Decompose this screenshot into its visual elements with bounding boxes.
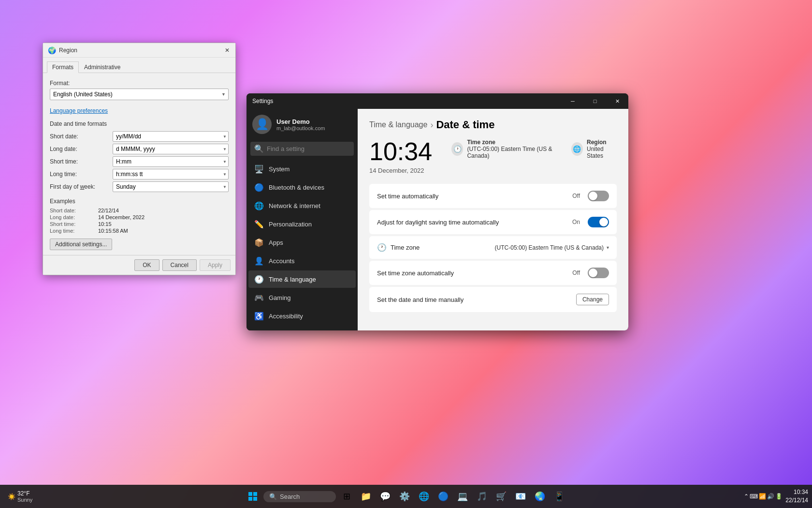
chrome-button[interactable]: 🔵 <box>435 488 452 505</box>
first-day-select[interactable]: Sunday <box>113 181 229 192</box>
long-date-select-wrap: d MMMM, yyyy <box>113 144 229 154</box>
tab-administrative[interactable]: Administrative <box>79 61 126 73</box>
breadcrumb: Time & language › Date & time <box>369 119 617 131</box>
datetime-formats-group: Date and time formats Short date: yy/MM/… <box>50 120 229 192</box>
wifi-icon[interactable]: 📶 <box>759 493 766 500</box>
datetime-display: 10:34 14 December, 2022 🕐 Time zone (UTC… <box>369 139 617 174</box>
breadcrumb-separator: › <box>430 120 433 130</box>
explorer-button[interactable]: 📁 <box>357 488 375 505</box>
dst-toggle[interactable] <box>588 217 609 227</box>
format-label: Format: <box>50 80 229 87</box>
settings-search-input[interactable] <box>267 145 350 152</box>
taskview-button[interactable]: ⊞ <box>338 488 355 505</box>
examples-title: Examples <box>50 198 229 205</box>
sidebar-item-bluetooth[interactable]: 🔵 Bluetooth & devices <box>248 179 356 196</box>
sidebar-item-privacy[interactable]: 🔒 Privacy & security <box>248 326 356 330</box>
weather-widget[interactable]: ☀️ 32°F Sunny <box>4 488 36 505</box>
dst-knob <box>599 218 608 226</box>
format-select[interactable]: English (United States) <box>50 89 229 100</box>
first-day-label: First day of week: <box>50 183 113 190</box>
sidebar-item-network[interactable]: 🌐 Network & internet <box>248 197 356 214</box>
sidebar-item-personalization[interactable]: ✏️ Personalization <box>248 215 356 233</box>
teams-button[interactable]: 💬 <box>377 488 394 505</box>
dialog-title-text: Region <box>59 47 77 54</box>
region-icon: 🌍 <box>48 46 56 54</box>
change-button[interactable]: Change <box>576 294 609 305</box>
sidebar-item-time[interactable]: 🕐 Time & language <box>248 270 356 288</box>
app-button[interactable]: 📱 <box>551 488 568 505</box>
search-icon: 🔍 <box>254 144 264 153</box>
mail-button[interactable]: 📧 <box>512 488 529 505</box>
time-icon: 🕐 <box>254 274 264 284</box>
sidebar-item-apps[interactable]: 📦 Apps <box>248 234 356 251</box>
region-card: 🌐 Region United States <box>571 139 617 159</box>
settings-search-box[interactable]: 🔍 <box>250 142 354 156</box>
breadcrumb-parent[interactable]: Time & language <box>369 120 427 129</box>
auto-timezone-toggle[interactable] <box>588 268 609 278</box>
sidebar-item-gaming[interactable]: 🎮 Gaming <box>248 289 356 306</box>
long-time-select[interactable]: h:mm:ss tt <box>113 169 229 179</box>
short-date-select[interactable]: yy/MM/dd <box>113 131 229 142</box>
taskbar-time-display: 10:34 <box>785 488 808 496</box>
gaming-icon: 🎮 <box>254 293 264 302</box>
settings-taskbar-button[interactable]: ⚙️ <box>396 488 413 505</box>
long-time-select-wrap: h:mm:ss tt <box>113 169 229 179</box>
timezone-card-text: Time zone (UTC-05:00) Eastern Time (US &… <box>467 139 561 159</box>
start-button[interactable] <box>244 488 261 505</box>
setting-row-auto-time: Set time automatically Off <box>369 184 617 208</box>
auto-timezone-knob <box>589 269 597 277</box>
ex-long-time-value: 10:15:58 AM <box>98 228 128 234</box>
short-time-select[interactable]: H:mm <box>113 156 229 167</box>
edge-button[interactable]: 🌐 <box>415 488 433 505</box>
taskbar-right: ⌃ ⌨ 📶 🔊 🔋 10:34 22/12/14 <box>744 485 808 508</box>
long-date-select[interactable]: d MMMM, yyyy <box>113 144 229 154</box>
ok-button[interactable]: OK <box>134 259 159 271</box>
sidebar-item-accessibility[interactable]: ♿ Accessibility <box>248 307 356 325</box>
timezone-card-title: Time zone <box>467 139 561 146</box>
auto-timezone-label-text: Off <box>572 269 580 276</box>
dialog-body: Format: English (United States) Language… <box>43 73 235 255</box>
manual-datetime-label: Set the date and time manually <box>377 296 464 303</box>
ex-short-date-label: Short date: <box>50 208 98 213</box>
battery-icon[interactable]: 🔋 <box>775 493 783 500</box>
titlebar-controls: ─ □ ✕ <box>562 93 628 109</box>
taskbar-center: 🔍 Search ⊞ 📁 💬 ⚙️ 🌐 🔵 💻 🎵 🛒 📧 🌏 📱 <box>244 488 568 505</box>
language-preferences-link[interactable]: Language preferences <box>50 107 108 114</box>
user-email: m_lab@outlook.com <box>276 125 325 131</box>
sidebar-item-system[interactable]: 🖥️ System <box>248 160 356 178</box>
timezone-dropdown[interactable]: (UTC-05:00) Eastern Time (US & Canada) ▾ <box>495 244 609 251</box>
additional-settings-button[interactable]: Additional settings... <box>50 239 112 250</box>
sidebar-item-accounts[interactable]: 👤 Accounts <box>248 252 356 269</box>
auto-time-knob <box>589 192 597 200</box>
keyboard-icon[interactable]: ⌨ <box>750 493 758 500</box>
example-short-time: Short time: 10:15 <box>50 221 229 227</box>
maximize-button[interactable]: □ <box>584 93 606 109</box>
media-button[interactable]: 🎵 <box>473 488 491 505</box>
browser2-button[interactable]: 🌏 <box>531 488 549 505</box>
dialog-close-button[interactable]: ✕ <box>222 45 232 56</box>
taskbar-clock[interactable]: 10:34 22/12/14 <box>785 488 808 505</box>
chevron-up-icon[interactable]: ⌃ <box>744 493 749 500</box>
region-card-text: Region United States <box>587 139 617 159</box>
settings-titlebar: Settings ─ □ ✕ <box>246 93 628 109</box>
bluetooth-icon: 🔵 <box>254 182 264 192</box>
volume-icon[interactable]: 🔊 <box>767 493 774 500</box>
tab-formats[interactable]: Formats <box>47 61 79 73</box>
apply-button[interactable]: Apply <box>200 259 231 271</box>
store-button[interactable]: 🛒 <box>493 488 510 505</box>
dialog-tabs: Formats Administrative <box>43 58 235 73</box>
minimize-button[interactable]: ─ <box>562 93 584 109</box>
terminal-button[interactable]: 💻 <box>454 488 471 505</box>
close-button[interactable]: ✕ <box>606 93 628 109</box>
big-date: 14 December, 2022 <box>369 167 432 174</box>
dialog-title: 🌍 Region <box>48 46 77 54</box>
region-card-title: Region <box>587 139 617 146</box>
user-profile[interactable]: 👤 User Demo m_lab@outlook.com <box>246 109 358 140</box>
setting-row-manual-datetime: Set the date and time manually Change <box>369 287 617 312</box>
cancel-button[interactable]: Cancel <box>162 259 197 271</box>
taskbar-search-icon: 🔍 <box>269 493 277 500</box>
taskbar-search[interactable]: 🔍 Search <box>263 491 336 502</box>
auto-time-toggle[interactable] <box>588 191 609 201</box>
timezone-row-label: Time zone <box>391 244 420 251</box>
user-name: User Demo <box>276 118 325 125</box>
